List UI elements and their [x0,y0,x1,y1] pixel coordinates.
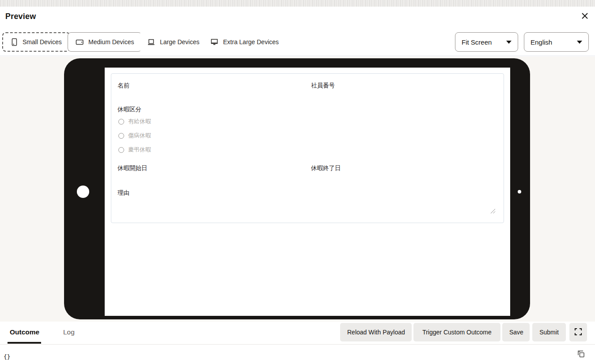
reason-textarea[interactable] [113,185,502,220]
close-button[interactable] [580,11,590,22]
radio-option-paid-leave[interactable]: 有給休暇 [118,118,151,125]
large-devices-button[interactable]: Large Devices [139,32,208,52]
preview-header: Preview [0,7,595,27]
device-camera-dot [518,190,521,193]
chevron-down-icon [506,41,512,44]
bottom-action-bar: Outcome Log Reload With Payload Trigger … [0,322,595,344]
page-title: Preview [5,12,36,21]
active-tab-indicator [8,342,41,344]
device-home-button [77,186,89,198]
leave-start-field-label: 休暇開始日 [117,164,148,172]
device-button-label: Extra Large Devices [223,38,279,46]
submit-button[interactable]: Submit [532,323,566,341]
outcome-panel: {} [0,345,595,364]
tablet-icon [76,38,84,46]
radio-icon [118,119,124,125]
tab-log[interactable]: Log [63,328,75,336]
radio-option-label: 有給休暇 [128,118,151,125]
copy-button[interactable] [577,350,586,359]
phone-icon [11,38,18,46]
device-screen: 名前 社員番号 休暇区分 有給休暇 傷病休暇 慶弔休暇 休暇開始日 休暇終了日 [105,68,510,316]
leave-end-field-label: 休暇終了日 [311,164,341,172]
device-button-label: Small Devices [23,38,62,46]
laptop-icon [147,38,155,46]
copy-icon [577,350,585,360]
radio-option-bereavement-leave[interactable]: 慶弔休暇 [118,146,151,154]
resize-handle-icon[interactable] [490,208,496,216]
radio-icon [118,133,124,139]
fullscreen-icon [574,327,583,337]
device-frame: 名前 社員番号 休暇区分 有給休暇 傷病休暇 慶弔休暇 休暇開始日 休暇終了日 [64,58,530,319]
language-value: English [531,38,552,46]
monitor-icon [210,38,219,46]
radio-icon [118,147,124,153]
outcome-json-content: {} [4,353,11,360]
window-edge-texture [0,0,595,7]
radio-option-label: 傷病休暇 [128,132,151,140]
small-devices-button[interactable]: Small Devices [2,32,70,52]
leave-type-group-label: 休暇区分 [117,106,141,114]
chevron-down-icon [577,41,582,44]
reload-with-payload-button[interactable]: Reload With Payload [340,323,412,341]
close-icon [581,12,589,21]
trigger-custom-outcome-button[interactable]: Trigger Custom Outcome [413,323,500,341]
save-button[interactable]: Save [502,323,530,341]
fit-screen-select[interactable]: Fit Screen [455,32,518,52]
leave-request-form: 名前 社員番号 休暇区分 有給休暇 傷病休暇 慶弔休暇 休暇開始日 休暇終了日 [111,73,504,223]
name-field-label: 名前 [117,82,129,90]
medium-devices-button[interactable]: Medium Devices [68,32,142,52]
language-select[interactable]: English [524,32,589,52]
employee-number-field-label: 社員番号 [311,82,335,90]
fullscreen-button[interactable] [569,323,587,341]
device-button-label: Medium Devices [88,38,134,46]
extra-large-devices-button[interactable]: Extra Large Devices [202,32,287,52]
fit-screen-value: Fit Screen [462,38,492,46]
radio-option-label: 慶弔休暇 [128,146,151,154]
device-toolbar: Small Devices Medium Devices Large Devic… [0,27,595,56]
device-button-label: Large Devices [160,38,200,46]
radio-option-sick-leave[interactable]: 傷病休暇 [118,132,151,140]
tab-outcome[interactable]: Outcome [10,328,39,336]
preview-stage: 名前 社員番号 休暇区分 有給休暇 傷病休暇 慶弔休暇 休暇開始日 休暇終了日 [0,57,595,322]
